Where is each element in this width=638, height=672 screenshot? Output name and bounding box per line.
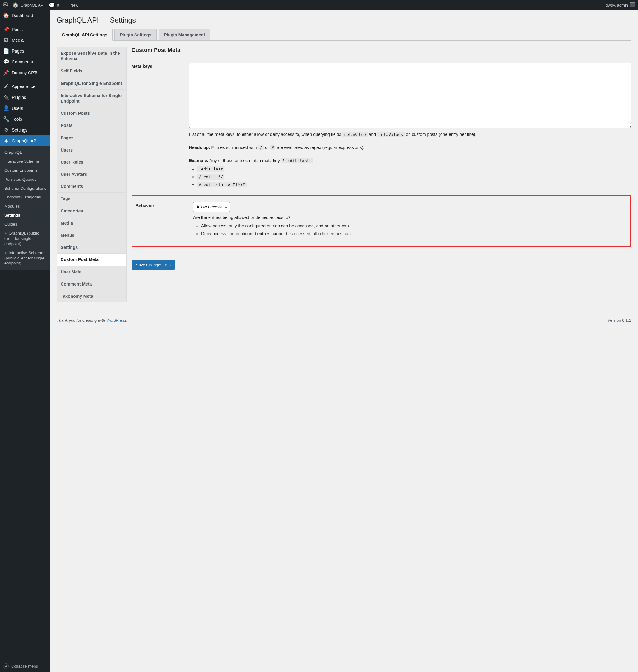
vtab-custom-posts[interactable]: Custom Posts bbox=[57, 107, 126, 119]
behavior-description: Are the entries being allowed or denied … bbox=[193, 214, 627, 237]
save-changes-button[interactable]: Save Changes (All) bbox=[132, 260, 175, 270]
avatar bbox=[630, 2, 635, 7]
dashboard-icon: 🏠 bbox=[3, 13, 9, 18]
howdy-text: Howdy, admin bbox=[603, 3, 628, 7]
sidebar-item-plugins[interactable]: 🔌Plugins bbox=[0, 92, 50, 103]
behavior-select[interactable]: Allow access bbox=[193, 202, 230, 212]
section-title: Custom Post Meta bbox=[132, 47, 631, 56]
vtab-user-avatars[interactable]: User Avatars bbox=[57, 168, 126, 180]
sidebar-item-settings[interactable]: ⚙Settings bbox=[0, 125, 50, 135]
example-item-2: /_edit_.*/ bbox=[197, 174, 224, 180]
footer-version: Version 6.1.1 bbox=[607, 318, 631, 323]
settings-tabs: GraphQL API Settings Plugin Settings Plu… bbox=[56, 29, 631, 41]
tab-plugin-management[interactable]: Plugin Management bbox=[158, 29, 210, 41]
collapse-menu[interactable]: ◀Collapse menu bbox=[0, 660, 50, 672]
vtab-tags[interactable]: Tags bbox=[57, 193, 126, 205]
behavior-bullet-2: Deny access: the configured entries cann… bbox=[201, 231, 627, 237]
vtab-interactive-single[interactable]: Interactive Schema for Single Endpoint bbox=[57, 89, 126, 107]
vtab-posts[interactable]: Posts bbox=[57, 119, 126, 132]
vtab-comment-meta[interactable]: Comment Meta bbox=[57, 278, 126, 290]
sub-custom-endpoints[interactable]: Custom Endpoints bbox=[0, 166, 50, 175]
behavior-highlight: Behavior Allow access Are the entries be… bbox=[132, 195, 631, 247]
wordpress-link[interactable]: WordPress bbox=[106, 318, 126, 323]
sidebar-item-graphql-api[interactable]: ◈GraphQL API bbox=[0, 135, 50, 146]
example-item-3: #_edit_([a-zA-Z]*)# bbox=[197, 182, 247, 187]
site-home-link[interactable]: 🏠GraphQL API bbox=[13, 2, 45, 8]
comment-count: 0 bbox=[57, 3, 59, 7]
sidebar-item-users[interactable]: 👤Users bbox=[0, 103, 50, 114]
vtab-menus[interactable]: Menus bbox=[57, 229, 126, 242]
sub-modules[interactable]: Modules bbox=[0, 202, 50, 211]
comments-icon: 💬 bbox=[3, 59, 9, 65]
behavior-bullet-1: Allow access: only the configured entrie… bbox=[201, 223, 627, 229]
sub-guides[interactable]: Guides bbox=[0, 220, 50, 229]
tab-plugin-settings[interactable]: Plugin Settings bbox=[114, 29, 157, 41]
new-label: New bbox=[70, 3, 78, 7]
page-title: GraphQL API — Settings bbox=[56, 16, 631, 24]
sidebar-item-dashboard[interactable]: 🏠Dashboard bbox=[0, 10, 50, 21]
meta-keys-textarea[interactable] bbox=[189, 63, 631, 128]
new-content-link[interactable]: ＋New bbox=[64, 2, 78, 9]
users-icon: 👤 bbox=[3, 105, 9, 111]
vtab-taxonomy-meta[interactable]: Taxonomy Meta bbox=[57, 290, 126, 302]
vtab-comments[interactable]: Comments bbox=[57, 180, 126, 193]
tab-graphql-api-settings[interactable]: GraphQL API Settings bbox=[56, 29, 113, 41]
vtab-custom-post-meta[interactable]: Custom Post Meta bbox=[57, 253, 126, 266]
sub-graphiql-public[interactable]: GraphiQL (public client for single endpo… bbox=[0, 229, 50, 249]
vtab-user-meta[interactable]: User Meta bbox=[57, 266, 126, 278]
sub-endpoint-categories[interactable]: Endpoint Categories bbox=[0, 193, 50, 202]
footer-thanks: Thank you for creating with WordPress. bbox=[56, 318, 128, 323]
vtab-graphiql-single[interactable]: GraphiQL for Single Endpoint bbox=[57, 78, 126, 89]
vtab-media[interactable]: Media bbox=[57, 217, 126, 229]
behavior-label: Behavior bbox=[136, 202, 193, 238]
sub-settings[interactable]: Settings bbox=[0, 211, 50, 220]
sidebar-item-appearance[interactable]: 🖌Appearance bbox=[0, 81, 50, 92]
collapse-icon: ◀ bbox=[3, 663, 9, 669]
plugins-icon: 🔌 bbox=[3, 94, 9, 100]
comments-link[interactable]: 💬0 bbox=[49, 2, 59, 8]
tools-icon: 🔧 bbox=[3, 116, 9, 122]
sidebar-item-dummy-cpts[interactable]: 📌Dummy CPTs bbox=[0, 67, 50, 78]
sub-persisted-queries[interactable]: Persisted Queries bbox=[0, 175, 50, 184]
settings-icon: ⚙ bbox=[3, 127, 9, 133]
graphql-icon: ◈ bbox=[3, 138, 9, 144]
graphql-submenu: GraphiQL Interactive Schema Custom Endpo… bbox=[0, 146, 50, 270]
vtab-categories[interactable]: Categories bbox=[57, 205, 126, 217]
pin-icon: 📌 bbox=[3, 70, 9, 76]
sub-interactive-schema[interactable]: Interactive Schema bbox=[0, 157, 50, 166]
sidebar-item-tools[interactable]: 🔧Tools bbox=[0, 114, 50, 125]
settings-vertical-tabs: Expose Sensitive Data in the Schema Self… bbox=[56, 47, 127, 302]
example-item-1: _edit_last bbox=[197, 166, 224, 172]
media-icon: 🖼 bbox=[3, 37, 9, 43]
vtab-users[interactable]: Users bbox=[57, 144, 126, 156]
meta-keys-description: List of all the meta keys, to either all… bbox=[189, 131, 631, 188]
posts-icon: 📌 bbox=[3, 27, 9, 32]
sidebar-item-posts[interactable]: 📌Posts bbox=[0, 24, 50, 35]
howdy-user[interactable]: Howdy, admin bbox=[603, 2, 635, 7]
sub-graphiql[interactable]: GraphiQL bbox=[0, 148, 50, 157]
site-title: GraphQL API bbox=[20, 3, 45, 7]
appearance-icon: 🖌 bbox=[3, 84, 9, 89]
sidebar-item-comments[interactable]: 💬Comments bbox=[0, 56, 50, 67]
wp-logo-icon[interactable]: ⓦ bbox=[3, 2, 8, 9]
vtab-pages[interactable]: Pages bbox=[57, 132, 126, 144]
sidebar-item-pages[interactable]: 📄Pages bbox=[0, 45, 50, 56]
sidebar-item-media[interactable]: 🖼Media bbox=[0, 35, 50, 45]
vtab-settings[interactable]: Settings bbox=[57, 242, 126, 253]
meta-keys-label: Meta keys bbox=[132, 63, 189, 189]
vtab-user-roles[interactable]: User Roles bbox=[57, 156, 126, 168]
pages-icon: 📄 bbox=[3, 48, 9, 54]
sub-schema-configurations[interactable]: Schema Configurations bbox=[0, 184, 50, 193]
vtab-expose-sensitive[interactable]: Expose Sensitive Data in the Schema bbox=[57, 47, 126, 65]
sub-interactive-schema-public[interactable]: Interactive Schema (public client for si… bbox=[0, 249, 50, 268]
vtab-self-fields[interactable]: Self Fields bbox=[57, 65, 126, 77]
